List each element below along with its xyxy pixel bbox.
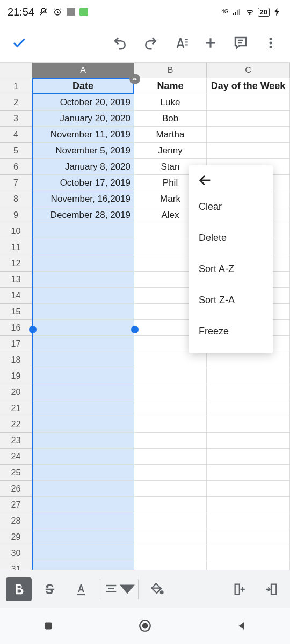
cell[interactable]	[134, 545, 207, 561]
text-color-button[interactable]	[66, 574, 97, 605]
cell[interactable]	[207, 529, 290, 545]
cell[interactable]: Luke	[134, 94, 207, 111]
cell[interactable]	[207, 481, 290, 497]
cell[interactable]	[207, 433, 290, 449]
row-header[interactable]: 10	[0, 223, 32, 239]
row-header[interactable]: 12	[0, 255, 32, 272]
cell[interactable]	[32, 288, 134, 304]
cell[interactable]: January 20, 2020	[32, 111, 134, 127]
cell[interactable]: November 5, 2019	[32, 143, 134, 159]
cell[interactable]	[134, 481, 207, 497]
cell[interactable]	[32, 497, 134, 513]
cell[interactable]	[32, 304, 134, 320]
insert-cell-button[interactable]	[256, 574, 287, 605]
menu-item-sort-a-z[interactable]: Sort A-Z	[189, 253, 273, 284]
cell[interactable]: Martha	[134, 127, 207, 143]
row-header[interactable]: 23	[0, 433, 32, 449]
cell[interactable]	[32, 336, 134, 352]
row-header[interactable]: 24	[0, 449, 32, 465]
strikethrough-button[interactable]	[34, 574, 66, 605]
cell[interactable]	[134, 465, 207, 481]
row-header[interactable]: 1	[0, 78, 32, 94]
row-header[interactable]: 30	[0, 545, 32, 561]
row-header[interactable]: 9	[0, 207, 32, 223]
row-header[interactable]: 31	[0, 561, 32, 570]
nav-home-button[interactable]	[129, 610, 161, 642]
row-header[interactable]: 2	[0, 94, 32, 111]
cell[interactable]	[207, 368, 290, 384]
cell[interactable]	[207, 143, 290, 159]
cell[interactable]	[207, 352, 290, 368]
comment-button[interactable]	[226, 28, 256, 58]
row-header[interactable]: 21	[0, 400, 32, 416]
cell[interactable]: December 28, 2019	[32, 207, 134, 223]
cell[interactable]	[32, 433, 134, 449]
cell[interactable]	[32, 255, 134, 272]
cell[interactable]: November 11, 2019	[32, 127, 134, 143]
row-header[interactable]: 7	[0, 175, 32, 191]
cell[interactable]	[207, 127, 290, 143]
menu-item-freeze[interactable]: Freeze	[189, 316, 273, 347]
insert-button[interactable]	[195, 28, 226, 58]
nav-back-button[interactable]	[226, 610, 258, 642]
row-header[interactable]: 29	[0, 529, 32, 545]
cell[interactable]	[207, 545, 290, 561]
cell[interactable]: Bob	[134, 111, 207, 127]
row-header[interactable]: 15	[0, 304, 32, 320]
more-button[interactable]	[256, 28, 286, 58]
text-format-button[interactable]	[165, 28, 195, 58]
cell[interactable]	[32, 368, 134, 384]
row-header[interactable]: 11	[0, 239, 32, 255]
cell[interactable]: November, 16,2019	[32, 191, 134, 207]
row-header[interactable]: 17	[0, 336, 32, 352]
cell[interactable]: October 20, 2019	[32, 94, 134, 111]
row-header[interactable]: 18	[0, 352, 32, 368]
row-header[interactable]: 13	[0, 272, 32, 288]
menu-item-sort-z-a[interactable]: Sort Z-A	[189, 284, 273, 316]
cell[interactable]: October 17, 2019	[32, 175, 134, 191]
cell[interactable]: Name	[134, 78, 207, 94]
menu-back-button[interactable]	[189, 170, 273, 191]
cell[interactable]	[134, 400, 207, 416]
align-button[interactable]	[104, 574, 135, 605]
cell[interactable]	[32, 465, 134, 481]
cell[interactable]	[32, 481, 134, 497]
cell[interactable]	[207, 513, 290, 529]
insert-column-button[interactable]	[224, 574, 256, 605]
cell[interactable]	[134, 561, 207, 570]
cell[interactable]	[207, 384, 290, 400]
cell[interactable]	[32, 545, 134, 561]
spreadsheet-grid[interactable]: ABC 1DateNameDay of the Week2October 20,…	[0, 62, 290, 570]
cell[interactable]	[207, 111, 290, 127]
fill-color-button[interactable]	[142, 574, 173, 605]
menu-item-clear[interactable]: Clear	[189, 191, 273, 222]
cell[interactable]	[32, 400, 134, 416]
row-header[interactable]: 25	[0, 465, 32, 481]
row-header[interactable]: 20	[0, 384, 32, 400]
cell[interactable]: Date	[32, 78, 134, 94]
cell[interactable]	[207, 497, 290, 513]
row-header[interactable]: 5	[0, 143, 32, 159]
row-header[interactable]: 19	[0, 368, 32, 384]
nav-recents-button[interactable]	[32, 610, 64, 642]
cell[interactable]	[134, 416, 207, 433]
bold-button[interactable]	[6, 577, 32, 601]
row-header[interactable]: 27	[0, 497, 32, 513]
cell[interactable]	[32, 561, 134, 570]
cell[interactable]	[134, 433, 207, 449]
cell[interactable]	[134, 368, 207, 384]
menu-item-delete[interactable]: Delete	[189, 222, 273, 253]
row-header[interactable]: 3	[0, 111, 32, 127]
redo-button[interactable]	[135, 28, 165, 58]
column-header-C[interactable]: C	[207, 63, 290, 78]
cell[interactable]	[134, 384, 207, 400]
cell[interactable]	[134, 497, 207, 513]
row-header[interactable]: 6	[0, 159, 32, 175]
cell[interactable]: Day of the Week	[207, 78, 290, 94]
column-header-A[interactable]: A	[32, 63, 134, 78]
cell[interactable]: Jenny	[134, 143, 207, 159]
cell[interactable]	[32, 239, 134, 255]
cell[interactable]	[207, 400, 290, 416]
cell[interactable]	[207, 416, 290, 433]
cell[interactable]	[32, 513, 134, 529]
